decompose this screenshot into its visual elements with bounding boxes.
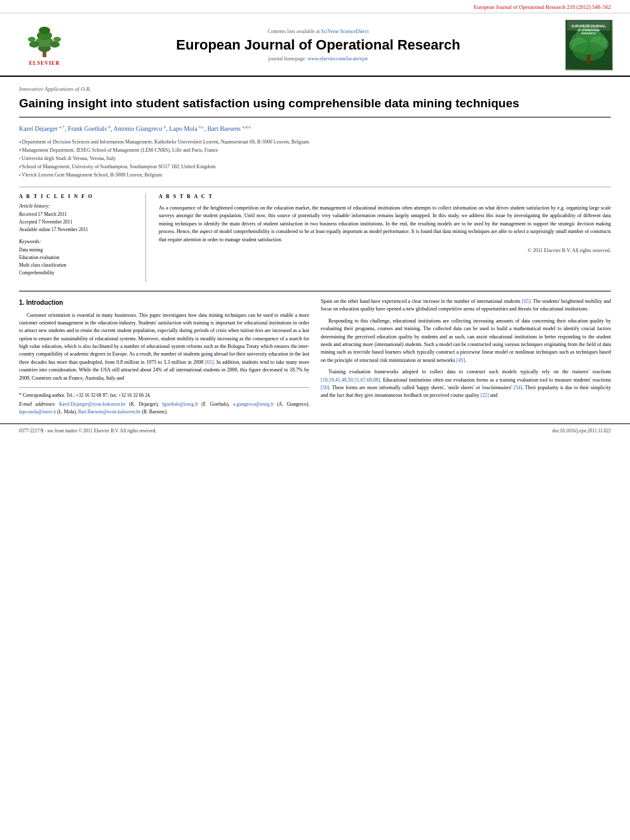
homepage-link[interactable]: www.elsevier.com/locate/ejor: [307, 56, 368, 62]
affil-d: d School of Management, University of So…: [19, 163, 611, 171]
footnote-emails: E-mail addresses: Karel.Dejaeger@econ.ku…: [19, 401, 309, 415]
affil-sup-c: c: [19, 155, 21, 162]
keyword-1: Data mining: [19, 246, 138, 254]
affil-sup-b: b: [19, 147, 22, 154]
ref-22: [22]: [480, 392, 488, 398]
journal-homepage: journal homepage: www.elsevier.com/locat…: [83, 56, 554, 62]
article-category: Innovative Applications of O.R.: [19, 83, 611, 92]
footnotes: * Corresponding author. Tel.: +32 16 32 …: [19, 387, 309, 415]
email-name-5: (B. Baesens).: [142, 409, 168, 415]
email-goethals: fgoethals@ieseg.fr: [162, 401, 198, 407]
history-title: Article history:: [19, 203, 138, 209]
svg-rect-15: [587, 55, 591, 64]
affil-text-c: Università degli Studi di Verona, Verona…: [22, 155, 116, 163]
contents-label: Contents lists available at: [268, 29, 320, 34]
email-label: E-mail addresses:: [19, 401, 56, 407]
journal-cover: EUROPEAN JOURNAL OF OPERATIONAL RESEARCH: [560, 20, 617, 70]
body-columns: 1. Introduction Customer orientation is …: [19, 291, 611, 417]
affil-b: b Management Department, IESEG School of…: [19, 147, 611, 154]
article-history: Article history: Received 17 March 2011 …: [19, 203, 138, 234]
email-name-2: (F. Goethals),: [201, 401, 233, 407]
abstract-text: As a consequence of the heightened compe…: [159, 204, 611, 244]
ref-45: [45]: [457, 357, 465, 363]
affil-sup-d: d: [19, 163, 22, 170]
affiliations: a Department of Decision Sciences and In…: [19, 138, 611, 179]
email-name-4: (L. Mola),: [57, 409, 78, 415]
svg-point-8: [53, 37, 61, 42]
affil-e: e Vlerick Leuven Gent Management School,…: [19, 171, 611, 179]
affil-sup-e: e: [19, 171, 21, 178]
intro-para-col2-1: Spain on the other hand have experienced…: [321, 298, 611, 314]
journal-title: European Journal of Operational Research: [83, 37, 554, 53]
footer-issn: 0377-2217/$ - see front matter © 2011 El…: [19, 428, 157, 434]
homepage-label: journal homepage:: [269, 56, 307, 62]
accepted: Accepted 7 November 2011: [19, 218, 138, 226]
elsevier-logo-area: ELSEVIER: [13, 24, 76, 66]
intro-para-col2-2: Responding to this challenge, educationa…: [321, 317, 611, 364]
affil-sup-a: a: [19, 138, 22, 145]
svg-point-6: [50, 41, 60, 48]
footnote-corresponding: * Corresponding author. Tel.: +32 16 32 …: [19, 392, 309, 399]
info-abstract-section: A R T I C L E I N F O Article history: R…: [19, 187, 611, 282]
affil-text-a: Department of Decision Sciences and Info…: [22, 138, 309, 146]
body-col-left: 1. Introduction Customer orientation is …: [19, 298, 309, 417]
main-content: Innovative Applications of O.R. Gaining …: [0, 77, 630, 423]
keyword-3: Multi class classification: [19, 262, 138, 269]
author-sup-2: b: [109, 124, 111, 130]
sciverse-line: Contents lists available at SciVerse Sci…: [83, 29, 554, 34]
article-info-column: A R T I C L E I N F O Article history: R…: [19, 194, 146, 282]
svg-point-5: [29, 41, 39, 48]
article-title: Gaining insight into student satisfactio…: [19, 96, 611, 117]
cover-text: EUROPEAN JOURNAL OF OPERATIONAL RESEARCH: [565, 20, 613, 70]
affil-text-e: Vlerick Leuven Gent Management School, B…: [22, 171, 162, 179]
section-1-title: 1. Introduction: [19, 298, 309, 308]
intro-para-1: Customer orientation is essential in man…: [19, 312, 309, 383]
section-1-label: Introduction: [26, 299, 63, 306]
and-word: and: [490, 392, 498, 398]
elsevier-logo: ELSEVIER: [25, 24, 64, 66]
received: Received 17 March 2011: [19, 211, 138, 218]
footer-doi: doi:10.1016/j.ejor.2011.11.022: [553, 428, 611, 434]
affil-c: c Università degli Studi di Verona, Vero…: [19, 155, 611, 163]
page: European Journal of Operational Research…: [0, 0, 630, 840]
received-date: Received 17 March 2011 Accepted 7 Novemb…: [19, 211, 138, 234]
email-mola: lapo.mola@univr.it: [19, 409, 56, 415]
author-sup-5: a,d,e: [242, 124, 250, 130]
keywords-title: Keywords:: [19, 239, 138, 244]
copyright: © 2011 Elsevier B.V. All rights reserved…: [159, 248, 611, 253]
email-dejaeger: Karel.Dejaeger@econ.kuleuven.be: [59, 401, 126, 407]
ref-65a: [65]: [205, 359, 213, 365]
ref-54: [54]: [514, 385, 522, 390]
author-sup-1: a,*: [59, 124, 64, 130]
section-1-num: 1.: [19, 299, 26, 306]
elsevier-name: ELSEVIER: [29, 60, 60, 66]
affil-a: a Department of Decision Sciences and In…: [19, 138, 611, 146]
author-sup-4: b,c: [199, 124, 204, 130]
svg-text:EUROPEAN JOURNAL: EUROPEAN JOURNAL: [572, 24, 606, 28]
body-col-right: Spain on the other hand have experienced…: [321, 298, 611, 417]
journal-cover-image: EUROPEAN JOURNAL OF OPERATIONAL RESEARCH: [565, 20, 613, 70]
intro-para-col2-3: Training evaluation frameworks adopted t…: [321, 368, 611, 400]
with-word: with: [183, 320, 192, 326]
available: Available online 17 November 2011: [19, 226, 138, 234]
journal-header-center: Contents lists available at SciVerse Sci…: [76, 29, 560, 62]
svg-text:RESEARCH: RESEARCH: [582, 32, 596, 35]
svg-point-7: [28, 37, 36, 42]
keyword-2: Education evaluation: [19, 254, 138, 262]
sciverse-link[interactable]: SciVerse ScienceDirect: [321, 29, 369, 34]
email-giangreco: a.giangreco@ieseg.fr: [233, 401, 274, 407]
keyword-4: Comprehensibility: [19, 269, 138, 277]
email-baesens: Bart.Baesens@econ.kuleuven.be: [78, 409, 141, 415]
email-name-1: (K. Dejaeger),: [129, 401, 162, 407]
author-sup-3: b: [164, 124, 166, 130]
keywords-section: Keywords: Data mining Education evaluati…: [19, 239, 138, 277]
journal-citation: European Journal of Operational Research…: [474, 4, 611, 10]
ref-50: [50]: [321, 385, 329, 390]
authors-line: Karel Dejaeger a,*, Frank Goethals b, An…: [19, 124, 611, 133]
affil-text-b: Management Department, IESEG School of M…: [22, 147, 218, 154]
email-name-3: (A. Giangreco),: [277, 401, 309, 407]
elsevier-tree-icon: [25, 24, 64, 59]
ref-65b: [65]: [522, 298, 530, 304]
article-info-title: A R T I C L E I N F O: [19, 194, 138, 199]
ref-training: [18,19,41,48,50,51,67,68,88]: [321, 377, 380, 383]
